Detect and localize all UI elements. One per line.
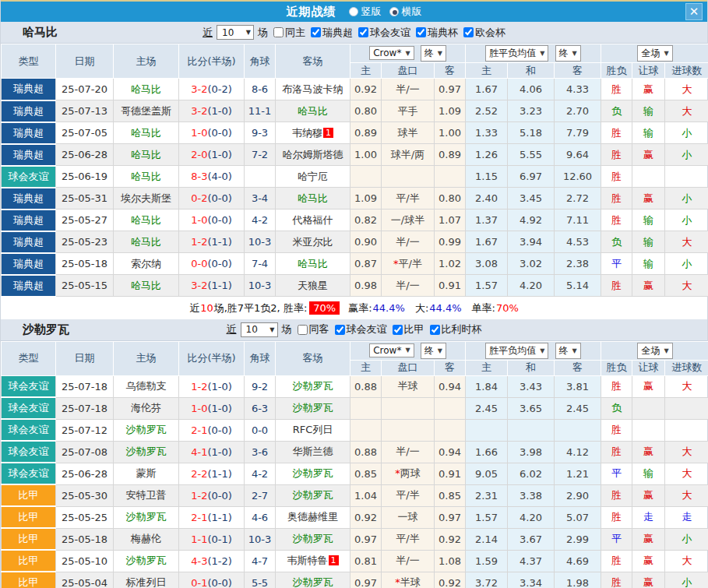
league-checkbox[interactable] xyxy=(463,27,474,37)
vertical-layout-label[interactable]: 竖版 xyxy=(361,5,382,19)
final-odds-dropdown-1[interactable]: 终▼ xyxy=(421,45,446,62)
over-rate: 44.4% xyxy=(429,302,461,314)
avg-odds-dropdown[interactable]: 胜平负均值▼ xyxy=(485,343,548,359)
result-outcome: 平 xyxy=(601,463,632,484)
col-header-corner: 角球 xyxy=(245,44,276,79)
league-filter[interactable]: 瑞典杯 xyxy=(413,26,458,40)
match-type-badge: 瑞典超 xyxy=(2,209,56,231)
away-team-name: 韦斯特鲁 xyxy=(287,555,328,566)
result-outcome: 胜 xyxy=(601,209,632,231)
corner-score: 3-6 xyxy=(245,441,276,463)
home-team: 海伦芬 xyxy=(114,397,179,419)
horizontal-layout-label[interactable]: 横版 xyxy=(402,5,422,19)
league-checkbox[interactable] xyxy=(358,27,368,37)
match-date: 25-05-23 xyxy=(56,231,114,253)
corner-score: 7-2 xyxy=(245,144,276,166)
league-filter[interactable]: 欧会杯 xyxy=(460,26,505,40)
same-venue-checkbox[interactable] xyxy=(273,27,284,37)
odds-home xyxy=(350,397,382,419)
final-odds-dropdown-1[interactable]: 终▼ xyxy=(421,343,446,359)
recent-matches-link[interactable]: 近 xyxy=(203,26,213,40)
league-filter[interactable]: 球会友谊 xyxy=(355,26,410,40)
sub-header-odds-home: 主 xyxy=(350,63,382,79)
result-outcome: 胜 xyxy=(601,79,632,100)
match-date: 25-07-12 xyxy=(56,419,114,441)
win-rate-badge: 70% xyxy=(309,301,340,315)
league-checkbox[interactable] xyxy=(335,325,345,335)
halftime-score: (4-0) xyxy=(207,171,231,182)
avg-group-header: 胜平负均值▼ 终▼ xyxy=(466,44,601,63)
avg-odds-dropdown[interactable]: 胜平负均值▼ xyxy=(485,45,548,62)
match-row: 球会友谊25-07-08沙勒罗瓦4-1(1-0)3-6华斯兰德0.88半/一0.… xyxy=(2,441,708,463)
match-count-select[interactable]: 10▼ xyxy=(241,322,278,337)
odds-away xyxy=(435,419,466,441)
match-type-badge: 球会友谊 xyxy=(2,463,56,484)
home-team: 哈马比 xyxy=(114,166,179,188)
sub-header-avg-home: 主 xyxy=(466,63,508,79)
filter-bar: 近10▼场同主瑞典超球会友谊瑞典杯欧会杯 xyxy=(203,25,505,40)
result-handicap xyxy=(632,419,665,441)
result-goals: 大 xyxy=(665,100,708,122)
corner-score: 10-3 xyxy=(245,528,276,550)
odds-away: 1.09 xyxy=(435,100,466,122)
fulltime-score: 4-1 xyxy=(191,446,207,458)
avg-home: 2.52 xyxy=(466,100,508,122)
avg-draw: 3.65 xyxy=(508,397,555,419)
home-team-name: 哈马比 xyxy=(131,171,161,182)
avg-draw: 3.98 xyxy=(508,441,555,463)
summary-label: 赢率: xyxy=(348,301,372,315)
fulltime-dropdown[interactable]: 全场▼ xyxy=(637,343,672,359)
home-team-name: 埃尔夫斯堡 xyxy=(121,192,171,204)
avg-home: 1.57 xyxy=(466,506,508,528)
away-team: 华斯兰德 xyxy=(276,441,350,463)
avg-away: 2.38 xyxy=(555,253,601,275)
match-type-badge: 瑞典超 xyxy=(2,100,56,122)
same-venue-checkbox[interactable] xyxy=(298,325,308,335)
fulltime-score: 0-2 xyxy=(191,192,207,204)
league-checkbox[interactable] xyxy=(416,27,426,37)
bookmaker-dropdown[interactable]: Crow*▼ xyxy=(369,343,414,357)
league-filter[interactable]: 比利时杯 xyxy=(427,322,482,336)
bookmaker-dropdown[interactable]: Crow*▼ xyxy=(369,46,414,60)
odds-away: 0.92 xyxy=(435,528,466,550)
odds-away: 0.99 xyxy=(435,231,466,253)
match-count-select[interactable]: 10▼ xyxy=(217,25,254,40)
close-icon[interactable]: ✕ xyxy=(685,3,703,20)
same-venue-filter[interactable]: 同主 xyxy=(270,26,305,40)
corner-score xyxy=(245,166,276,188)
handicap-line: 平/半 xyxy=(382,188,435,209)
away-team: 奥德赫维里 xyxy=(276,506,350,528)
away-team-name: 哈马比 xyxy=(298,192,328,204)
summary-label: 大: xyxy=(415,301,428,315)
same-venue-filter[interactable]: 同客 xyxy=(294,322,329,336)
league-checkbox[interactable] xyxy=(311,27,321,37)
fulltime-score: 0-1 xyxy=(191,577,207,588)
col-header-date: 日期 xyxy=(56,341,114,375)
odds-away: 0.89 xyxy=(435,144,466,166)
avg-draw: 3.38 xyxy=(508,484,555,506)
final-odds-dropdown-2[interactable]: 终▼ xyxy=(555,343,581,359)
score-cell: 3-2(1-1) xyxy=(179,275,245,297)
odds-home: 0.97 xyxy=(350,572,382,588)
league-filter[interactable]: 比甲 xyxy=(389,322,424,336)
league-filter[interactable]: 球会友谊 xyxy=(332,322,387,336)
horizontal-layout-radio[interactable] xyxy=(389,7,399,16)
halftime-score: (1-0) xyxy=(207,403,231,414)
match-type-badge: 瑞典超 xyxy=(2,79,56,100)
avg-away: 4.53 xyxy=(555,231,601,253)
result-handicap: 赢 xyxy=(632,188,665,209)
final-odds-dropdown-2[interactable]: 终▼ xyxy=(555,45,581,62)
league-checkbox[interactable] xyxy=(430,325,440,335)
home-team: 哈马比 xyxy=(114,209,179,231)
fulltime-dropdown[interactable]: 全场▼ xyxy=(637,45,672,62)
recent-matches-link[interactable]: 近 xyxy=(227,322,237,336)
match-date: 25-06-28 xyxy=(56,463,114,484)
odds-away: 0.92 xyxy=(435,572,466,588)
league-filter[interactable]: 瑞典超 xyxy=(308,26,353,40)
league-checkbox[interactable] xyxy=(393,325,403,335)
vertical-layout-radio[interactable] xyxy=(349,7,358,16)
away-team-name: RFC列日 xyxy=(293,424,333,435)
avg-home: 1.33 xyxy=(466,122,508,144)
col-header-type: 类型 xyxy=(2,341,56,375)
match-row: 球会友谊25-06-28蒙斯2-2(1-1)4-2沙勒罗瓦0.85*两球0.91… xyxy=(2,463,708,484)
